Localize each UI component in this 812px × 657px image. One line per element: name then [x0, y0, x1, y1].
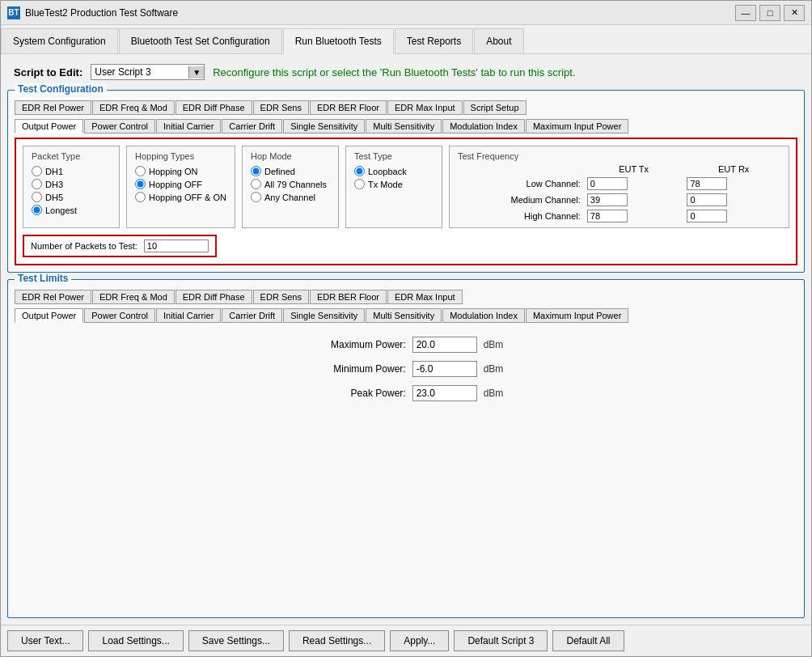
tab-multi-sensitivity-config[interactable]: Multi Sensitivity — [366, 119, 442, 134]
packet-dh5-radio[interactable] — [32, 192, 42, 202]
hopping-off-on-row: Hopping OFF & ON — [135, 192, 226, 202]
script-label: Script to Edit: — [14, 66, 82, 78]
test-loopback-label: Loopback — [368, 167, 407, 176]
default-all-button[interactable]: Default All — [552, 630, 624, 651]
hop-defined-row: Defined — [251, 166, 330, 176]
tab-about[interactable]: About — [474, 28, 523, 53]
hop-all79-radio[interactable] — [251, 179, 261, 189]
test-type-title: Test Type — [354, 151, 433, 161]
tab-single-sensitivity-config[interactable]: Single Sensitivity — [283, 119, 365, 134]
peak-power-unit: dBm — [484, 388, 504, 399]
user-text-button[interactable]: User Text... — [7, 630, 83, 651]
limits-tabs-row2: Output Power Power Control Initial Carri… — [15, 308, 797, 324]
tab-edr-sens-config[interactable]: EDR Sens — [253, 100, 309, 115]
tab-power-control-config[interactable]: Power Control — [84, 119, 155, 134]
tab-output-power-limits[interactable]: Output Power — [15, 308, 83, 323]
hopping-off-label: Hopping OFF — [149, 180, 202, 189]
test-configuration-group: Test Configuration EDR Rel Power EDR Fre… — [7, 90, 805, 273]
close-button[interactable]: ✕ — [784, 5, 805, 21]
tab-edr-freq-mod-limits[interactable]: EDR Freq & Mod — [92, 290, 175, 304]
tab-carrier-drift-limits[interactable]: Carrier Drift — [222, 308, 282, 323]
maximize-button[interactable]: □ — [759, 5, 780, 21]
tab-bluetooth-test-set[interactable]: Bluetooth Test Set Configuration — [119, 28, 282, 53]
load-settings-button[interactable]: Load Settings... — [88, 630, 183, 651]
tab-edr-diff-phase-limits[interactable]: EDR Diff Phase — [176, 290, 252, 304]
config-tabs-row2: Output Power Power Control Initial Carri… — [15, 119, 797, 134]
read-settings-button[interactable]: Read Settings... — [289, 630, 385, 651]
max-power-input[interactable] — [412, 337, 477, 353]
tab-output-power-config[interactable]: Output Power — [15, 119, 83, 134]
peak-power-input[interactable] — [412, 385, 477, 401]
tab-edr-freq-mod-config[interactable]: EDR Freq & Mod — [92, 100, 175, 115]
high-channel-rx-input[interactable] — [687, 210, 727, 223]
title-bar: BT BlueTest2 Production Test Software — … — [1, 1, 811, 25]
hopping-off-row: Hopping OFF — [135, 179, 226, 189]
tab-edr-diff-phase-config[interactable]: EDR Diff Phase — [176, 100, 252, 115]
test-txmode-radio[interactable] — [354, 179, 365, 189]
hop-any-radio[interactable] — [251, 192, 261, 202]
script-hint: Reconfigure this script or select the 'R… — [213, 66, 575, 78]
tab-edr-rel-power-config[interactable]: EDR Rel Power — [15, 100, 91, 115]
apply-button[interactable]: Apply... — [390, 630, 449, 651]
tab-script-setup-config[interactable]: Script Setup — [463, 100, 527, 115]
tab-initial-carrier-limits[interactable]: Initial Carrier — [156, 308, 221, 323]
freq-eut-rx-header: EUT Rx — [687, 164, 780, 174]
tab-initial-carrier-config[interactable]: Initial Carrier — [156, 119, 221, 134]
tab-edr-rel-power-limits[interactable]: EDR Rel Power — [15, 290, 91, 304]
low-channel-tx-input[interactable] — [587, 177, 628, 190]
min-power-input[interactable] — [412, 361, 477, 377]
default-script3-button[interactable]: Default Script 3 — [454, 630, 548, 651]
test-limits-group: Test Limits EDR Rel Power EDR Freq & Mod… — [7, 279, 805, 618]
packet-dh1-label: DH1 — [45, 167, 63, 176]
freq-eut-tx-header: EUT Tx — [587, 164, 681, 174]
hopping-off-radio[interactable] — [135, 179, 146, 189]
packets-container: Number of Packets to Test: — [23, 235, 789, 257]
limits-tabs-row1: EDR Rel Power EDR Freq & Mod EDR Diff Ph… — [15, 290, 797, 305]
tab-modulation-index-config[interactable]: Modulation Index — [442, 119, 525, 134]
script-select[interactable]: User Script 3 User Script 1 User Script … — [91, 65, 188, 79]
tab-max-input-power-config[interactable]: Maximum Input Power — [526, 119, 628, 134]
test-txmode-row: Tx Mode — [354, 179, 433, 189]
tab-edr-ber-floor-limits[interactable]: EDR BER Floor — [310, 290, 387, 304]
packet-dh3-radio[interactable] — [32, 179, 42, 189]
tab-edr-max-input-limits[interactable]: EDR Max Input — [387, 290, 463, 304]
packet-dh5-label: DH5 — [45, 193, 63, 202]
test-txmode-label: Tx Mode — [368, 180, 403, 189]
bottom-buttons: User Text... Load Settings... Save Setti… — [1, 625, 811, 656]
medium-channel-tx-input[interactable] — [587, 193, 628, 206]
min-power-row: Minimum Power: dBm — [309, 361, 504, 377]
hop-any-label: Any Channel — [264, 193, 315, 202]
tab-test-reports[interactable]: Test Reports — [395, 28, 473, 53]
minimize-button[interactable]: — — [735, 5, 756, 21]
tab-edr-sens-limits[interactable]: EDR Sens — [253, 290, 309, 304]
packet-longest-radio[interactable] — [32, 205, 42, 215]
peak-power-row: Peak Power: dBm — [309, 385, 504, 401]
low-channel-rx-input[interactable] — [687, 177, 727, 190]
min-power-unit: dBm — [484, 363, 504, 375]
tab-single-sensitivity-limits[interactable]: Single Sensitivity — [283, 308, 365, 323]
sections-row: Packet Type DH1 DH3 DH5 — [23, 146, 789, 228]
save-settings-button[interactable]: Save Settings... — [188, 630, 284, 651]
hopping-off-on-radio[interactable] — [135, 192, 146, 202]
packet-dh1-row: DH1 — [32, 166, 111, 176]
packet-dh3-row: DH3 — [32, 179, 111, 189]
test-configuration-title: Test Configuration — [15, 83, 107, 95]
select-arrow-icon[interactable]: ▼ — [188, 66, 204, 78]
tab-edr-max-input-config[interactable]: EDR Max Input — [387, 100, 463, 115]
tab-carrier-drift-config[interactable]: Carrier Drift — [222, 119, 282, 134]
tab-run-bluetooth-tests[interactable]: Run Bluetooth Tests — [283, 28, 394, 54]
main-content: Script to Edit: User Script 3 User Scrip… — [1, 54, 811, 625]
hopping-on-radio[interactable] — [135, 166, 146, 176]
medium-channel-rx-input[interactable] — [687, 193, 727, 206]
packet-dh1-radio[interactable] — [32, 166, 42, 176]
tab-multi-sensitivity-limits[interactable]: Multi Sensitivity — [366, 308, 442, 323]
test-loopback-radio[interactable] — [354, 166, 365, 176]
packets-input[interactable] — [144, 239, 209, 252]
hop-defined-radio[interactable] — [251, 166, 261, 176]
tab-system-configuration[interactable]: System Configuration — [1, 28, 118, 53]
tab-power-control-limits[interactable]: Power Control — [84, 308, 155, 323]
tab-modulation-index-limits[interactable]: Modulation Index — [442, 308, 525, 323]
tab-max-input-power-limits[interactable]: Maximum Input Power — [526, 308, 628, 323]
tab-edr-ber-floor-config[interactable]: EDR BER Floor — [310, 100, 387, 115]
high-channel-tx-input[interactable] — [587, 210, 628, 223]
